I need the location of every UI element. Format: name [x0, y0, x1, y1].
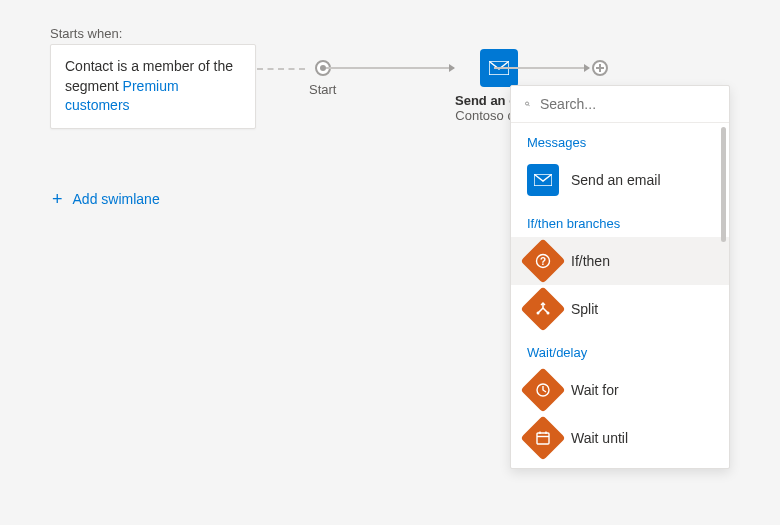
plus-icon: + — [52, 190, 63, 208]
panel-item-label: If/then — [571, 253, 610, 269]
panel-item-label: Wait for — [571, 382, 619, 398]
section-header-wait: Wait/delay — [511, 333, 729, 366]
connector-dashed — [257, 68, 305, 70]
panel-item-if-then[interactable]: ? If/then — [511, 237, 729, 285]
mail-icon — [527, 164, 559, 196]
search-input[interactable] — [540, 96, 715, 112]
add-node-button[interactable] — [592, 60, 608, 76]
start-node[interactable]: Start — [309, 60, 336, 97]
split-icon — [520, 286, 565, 331]
panel-item-split[interactable]: Split — [511, 285, 729, 333]
svg-line-2 — [528, 105, 529, 106]
action-picker-panel: Messages Send an email If/then branches … — [510, 85, 730, 469]
panel-item-send-email[interactable]: Send an email — [511, 156, 729, 204]
section-header-messages: Messages — [511, 123, 729, 156]
search-icon — [525, 96, 530, 112]
add-swimlane-label: Add swimlane — [73, 191, 160, 207]
svg-point-1 — [525, 102, 528, 105]
connector-1 — [326, 67, 454, 69]
starts-when-label: Starts when: — [50, 26, 122, 41]
panel-item-label: Split — [571, 301, 598, 317]
svg-point-7 — [547, 312, 550, 315]
svg-point-6 — [537, 312, 540, 315]
add-swimlane-button[interactable]: + Add swimlane — [52, 190, 160, 208]
panel-item-wait-until[interactable]: Wait until — [511, 414, 729, 462]
start-node-label: Start — [309, 82, 336, 97]
trigger-card[interactable]: Contact is a member of the segment Premi… — [50, 44, 256, 129]
question-icon: ? — [520, 238, 565, 283]
panel-item-label: Send an email — [571, 172, 661, 188]
section-header-branches: If/then branches — [511, 204, 729, 237]
search-row[interactable] — [511, 86, 729, 123]
panel-item-label: Wait until — [571, 430, 628, 446]
svg-text:?: ? — [540, 256, 546, 267]
svg-rect-9 — [537, 433, 549, 444]
clock-icon — [520, 367, 565, 412]
scrollbar[interactable] — [721, 127, 726, 242]
panel-item-wait-for[interactable]: Wait for — [511, 366, 729, 414]
panel-body: Messages Send an email If/then branches … — [511, 123, 729, 468]
calendar-icon — [520, 415, 565, 460]
connector-2 — [494, 67, 589, 69]
